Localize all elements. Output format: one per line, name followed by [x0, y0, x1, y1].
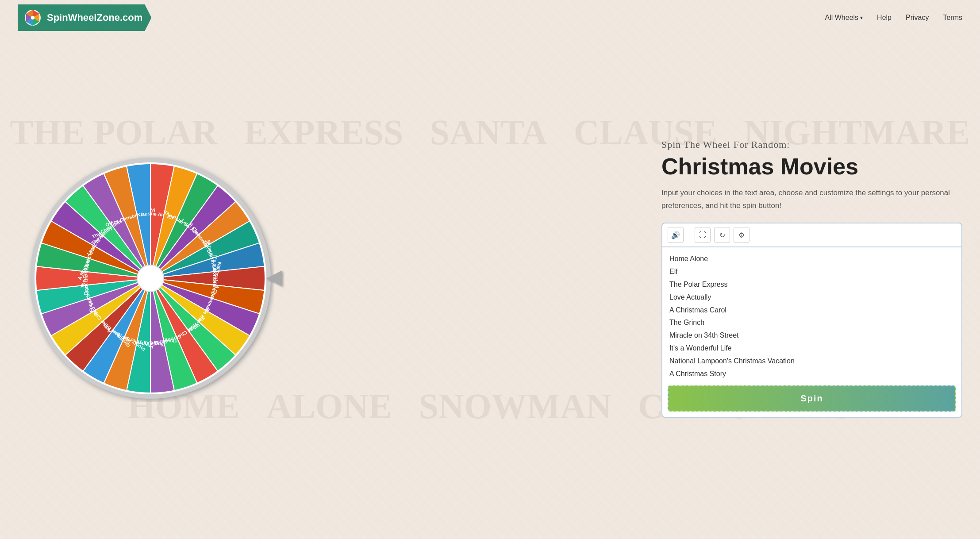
- refresh-icon: ↻: [719, 231, 725, 239]
- page-title: Christmas Movies: [661, 153, 962, 180]
- main-nav: All Wheels ▾ Help Privacy Terms: [825, 14, 963, 22]
- spin-wheel[interactable]: Home AloneElfThe Polar ExpressLove Actua…: [27, 154, 274, 402]
- site-header: SpinWheelZone.com All Wheels ▾ Help Priv…: [0, 0, 980, 35]
- control-box: 🔊 ⛶ ↻ ⚙ Spin: [661, 223, 962, 418]
- svg-point-1: [31, 16, 35, 19]
- spin-button[interactable]: Spin: [668, 385, 956, 412]
- nav-all-wheels[interactable]: All Wheels ▾: [825, 14, 863, 22]
- items-textarea[interactable]: [662, 247, 961, 380]
- refresh-button[interactable]: ↻: [714, 227, 730, 243]
- nav-privacy[interactable]: Privacy: [906, 14, 929, 22]
- svg-point-33: [137, 265, 164, 292]
- main-content: Home AloneElfThe Polar ExpressLove Actua…: [0, 35, 980, 539]
- nav-terms[interactable]: Terms: [943, 14, 962, 22]
- toolbar-divider-1: [689, 229, 689, 241]
- expand-button[interactable]: ⛶: [695, 227, 711, 243]
- page-subtitle: Spin The Wheel For Random:: [661, 139, 962, 150]
- sound-icon: 🔊: [671, 231, 680, 239]
- right-panel: Spin The Wheel For Random: Christmas Mov…: [661, 139, 962, 418]
- logo-icon: [24, 9, 42, 27]
- wheel-container: Home AloneElfThe Polar ExpressLove Actua…: [27, 154, 274, 402]
- sound-button[interactable]: 🔊: [668, 227, 684, 243]
- page-description: Input your choices in the text area, cho…: [661, 187, 962, 212]
- chevron-down-icon: ▾: [860, 15, 863, 21]
- gear-icon: ⚙: [738, 231, 745, 239]
- settings-button[interactable]: ⚙: [734, 227, 749, 243]
- toolbar: 🔊 ⛶ ↻ ⚙: [662, 223, 961, 247]
- wheel-pointer: [266, 270, 282, 286]
- logo-text: SpinWheelZone.com: [47, 12, 142, 23]
- logo-area[interactable]: SpinWheelZone.com: [18, 4, 151, 31]
- nav-help[interactable]: Help: [877, 14, 892, 22]
- expand-icon: ⛶: [699, 231, 706, 239]
